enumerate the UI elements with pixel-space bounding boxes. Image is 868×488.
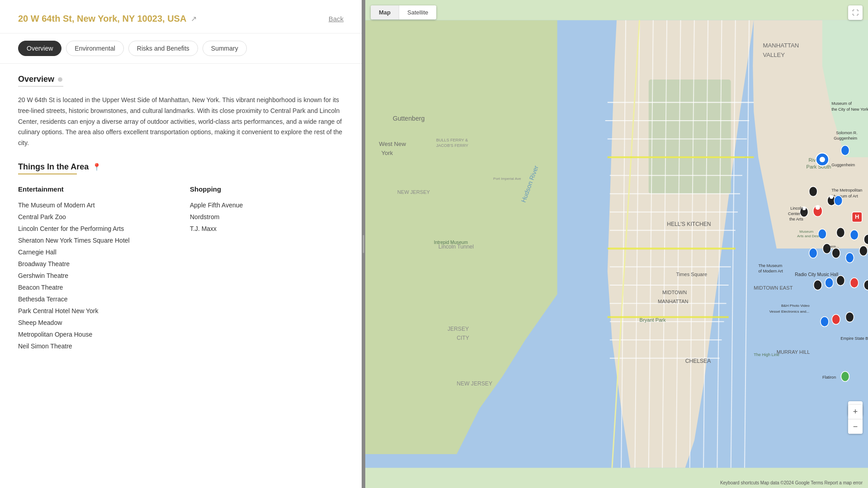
- svg-text:The High Line: The High Line: [754, 352, 779, 357]
- svg-text:Arts and Desi...: Arts and Desi...: [797, 234, 822, 238]
- zoom-out-button[interactable]: −: [848, 419, 863, 434]
- svg-text:The Metropolitan: The Metropolitan: [831, 188, 862, 192]
- list-item[interactable]: Beacon Theatre: [18, 282, 172, 293]
- svg-point-92: [834, 196, 842, 206]
- zoom-controls: + −: [848, 405, 863, 434]
- svg-point-102: [836, 276, 844, 286]
- things-in-area-title: Things In the Area 📍: [18, 162, 344, 172]
- list-item[interactable]: Metropolitan Opera House: [18, 328, 172, 340]
- tab-risks-benefits[interactable]: Risks and Benefits: [128, 41, 198, 56]
- svg-point-69: [816, 205, 820, 210]
- map-panel: Guttenberg West New York MANHATTAN VALLE…: [365, 0, 868, 488]
- header: 20 W 64th St, New York, NY 10023, USA ↗ …: [0, 0, 362, 33]
- svg-text:Guggenheim: Guggenheim: [834, 136, 857, 141]
- app-container: 20 W 64th St, New York, NY 10023, USA ↗ …: [0, 0, 868, 488]
- svg-text:Radio City Music Hall: Radio City Music Hall: [795, 272, 838, 277]
- svg-text:Solomon R.: Solomon R.: [836, 131, 857, 135]
- list-item[interactable]: The Museum of Modern Art: [18, 199, 172, 211]
- svg-text:H: H: [855, 213, 859, 220]
- svg-text:Times Square: Times Square: [676, 272, 707, 277]
- left-panel: 20 W 64th St, New York, NY 10023, USA ↗ …: [0, 0, 362, 488]
- svg-point-84: [850, 230, 859, 240]
- tab-summary[interactable]: Summary: [203, 41, 247, 56]
- address-row: 20 W 64th St, New York, NY 10023, USA ↗: [18, 14, 197, 24]
- svg-point-67: [820, 157, 825, 162]
- svg-point-94: [809, 187, 817, 197]
- list-item[interactable]: T.J. Maxx: [190, 223, 344, 235]
- svg-text:Guttenberg: Guttenberg: [393, 115, 425, 122]
- things-columns: Entertainment The Museum of Modern Art C…: [18, 185, 344, 352]
- overview-title: Overview: [18, 75, 344, 84]
- svg-text:The Museum: The Museum: [758, 263, 782, 268]
- shopping-col-title: Shopping: [190, 185, 344, 193]
- overview-underline: [18, 86, 63, 87]
- svg-text:Center for: Center for: [788, 211, 806, 216]
- svg-point-101: [825, 278, 833, 288]
- svg-text:Electronics and...: Electronics and...: [781, 310, 809, 314]
- svg-point-100: [814, 280, 822, 290]
- tabs-row: Overview Environmental Risks and Benefit…: [0, 33, 362, 64]
- svg-text:VALLEY: VALLEY: [763, 52, 785, 58]
- svg-text:Museum: Museum: [799, 230, 813, 234]
- list-item[interactable]: Neil Simon Theatre: [18, 340, 172, 352]
- svg-text:of Modern Art: of Modern Art: [758, 269, 783, 273]
- list-item[interactable]: Central Park Zoo: [18, 211, 172, 223]
- list-item[interactable]: Broadway Theatre: [18, 258, 172, 270]
- list-item[interactable]: Lincoln Center for the Performing Arts: [18, 223, 172, 235]
- svg-text:Bryant Park: Bryant Park: [640, 317, 666, 323]
- svg-text:BULLS FERRY &: BULLS FERRY &: [436, 138, 468, 142]
- svg-text:MANHATTAN: MANHATTAN: [658, 299, 688, 304]
- svg-point-79: [859, 246, 868, 256]
- svg-text:MIDTOWN: MIDTOWN: [662, 290, 687, 295]
- panel-divider[interactable]: [362, 0, 365, 488]
- entertainment-col-title: Entertainment: [18, 185, 172, 193]
- list-item[interactable]: Carnegie Hall: [18, 246, 172, 258]
- zoom-in-button[interactable]: +: [848, 405, 863, 419]
- svg-point-93: [841, 145, 849, 155]
- svg-point-80: [845, 253, 854, 263]
- svg-text:NEW JERSEY: NEW JERSEY: [397, 189, 430, 195]
- svg-point-95: [821, 317, 829, 327]
- entertainment-column: Entertainment The Museum of Modern Art C…: [18, 185, 172, 352]
- svg-point-71: [830, 195, 833, 199]
- svg-text:B&H Photo Video: B&H Photo Video: [781, 304, 810, 308]
- svg-point-85: [836, 228, 844, 238]
- list-item[interactable]: Bethesda Terrace: [18, 293, 172, 305]
- svg-text:MIDTOWN EAST: MIDTOWN EAST: [754, 285, 793, 291]
- list-item[interactable]: Park Central Hotel New York: [18, 305, 172, 317]
- map-footer: Keyboard shortcuts Map data ©2024 Google…: [720, 480, 863, 485]
- satellite-view-button[interactable]: Satellite: [399, 5, 436, 19]
- svg-text:JERSEY: JERSEY: [448, 326, 469, 332]
- svg-text:MURRAY HILL: MURRAY HILL: [777, 349, 810, 355]
- svg-point-97: [845, 312, 854, 322]
- fullscreen-button[interactable]: ⛶: [848, 5, 863, 20]
- back-link[interactable]: Back: [329, 15, 344, 23]
- list-item[interactable]: Apple Fifth Avenue: [190, 199, 344, 211]
- svg-text:Intrepid Museum: Intrepid Museum: [434, 240, 468, 245]
- svg-point-96: [832, 314, 840, 324]
- list-item[interactable]: Sheep Meadow: [18, 317, 172, 328]
- svg-text:Guggenheim: Guggenheim: [831, 163, 855, 167]
- map-container[interactable]: Guttenberg West New York MANHATTAN VALLE…: [365, 0, 868, 488]
- things-underline: [18, 174, 77, 174]
- overview-description: 20 W 64th St is located in the Upper Wes…: [18, 95, 344, 149]
- svg-text:Flatiron: Flatiron: [822, 375, 836, 380]
- list-item[interactable]: Gershwin Theatre: [18, 270, 172, 282]
- svg-text:West New: West New: [379, 141, 406, 147]
- map-view-button[interactable]: Map: [371, 5, 399, 19]
- svg-text:CITY: CITY: [457, 335, 469, 341]
- svg-point-138: [841, 371, 849, 381]
- tab-environmental[interactable]: Environmental: [66, 41, 124, 56]
- overview-dot: [58, 77, 62, 82]
- svg-point-76: [809, 248, 817, 258]
- list-item[interactable]: Sheraton New York Times Square Hotel: [18, 235, 172, 246]
- share-icon[interactable]: ↗: [191, 14, 197, 23]
- content: Overview 20 W 64th St is located in the …: [0, 64, 362, 363]
- svg-point-103: [850, 278, 859, 288]
- svg-point-81: [832, 248, 840, 258]
- tab-overview[interactable]: Overview: [18, 41, 61, 56]
- svg-text:Lincoln: Lincoln: [790, 206, 803, 211]
- shopping-column: Shopping Apple Fifth Avenue Nordstrom T.…: [190, 185, 344, 352]
- list-item[interactable]: Nordstrom: [190, 211, 344, 223]
- svg-text:Vessel: Vessel: [769, 310, 780, 314]
